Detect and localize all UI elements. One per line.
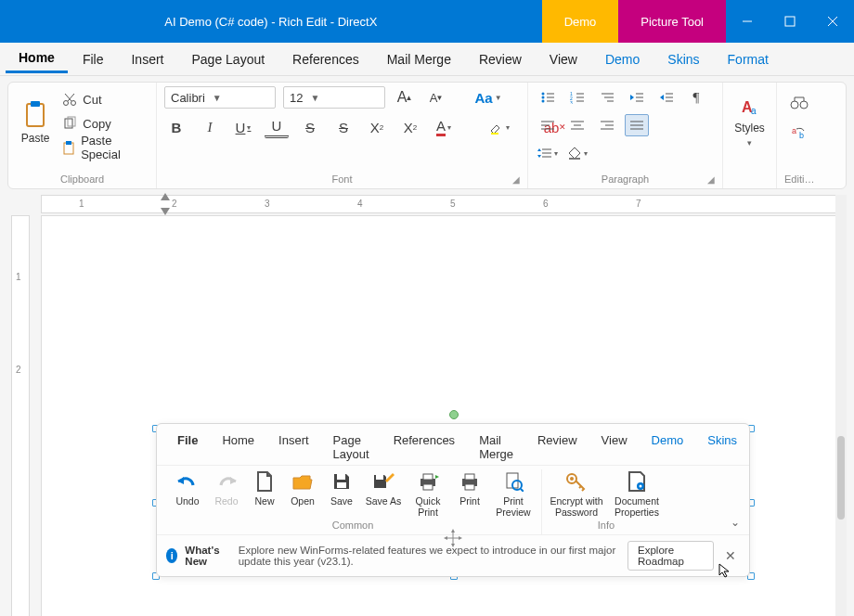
svg-rect-14 [491,133,498,135]
chevron-down-icon: ▼ [310,93,319,103]
tab-references[interactable]: References [279,46,372,72]
whats-new-close-button[interactable]: ✕ [721,548,740,563]
new-button[interactable]: New [250,469,279,518]
binoculars-icon [790,95,809,111]
popup-group-info: Encrypt with Password Document Propertie… [542,469,670,534]
doc-properties-button[interactable]: Document Properties [611,469,663,518]
print-button[interactable]: Print [454,469,485,518]
ptab-mail-merge[interactable]: Mail Merge [468,430,524,465]
redo-button[interactable]: Redo [211,469,242,518]
increase-indent-button[interactable] [654,86,679,109]
redo-icon [214,469,239,494]
subscript-button[interactable]: X2 [398,116,422,138]
dialog-launcher-icon[interactable]: ◢ [707,174,715,185]
change-case-button[interactable]: Aa▼ [476,86,500,109]
show-marks-button[interactable]: ¶ [684,86,708,109]
tab-review[interactable]: Review [466,46,535,72]
vertical-scrollbar[interactable] [835,195,847,616]
whats-new-title: What's New [185,545,230,567]
tab-home[interactable]: Home [6,45,68,73]
tab-format[interactable]: Format [715,46,782,72]
save-button[interactable]: Save [326,469,357,518]
tab-mail-merge[interactable]: Mail Merge [374,46,464,72]
header-tab-picture-tool[interactable]: Picture Tool [618,0,726,43]
ptab-references[interactable]: References [382,430,466,465]
explore-roadmap-button[interactable]: Explore Roadmap [628,541,714,571]
tab-insert[interactable]: Insert [118,46,176,72]
open-button[interactable]: Open [287,469,318,518]
group-label-paragraph: Paragraph◢ [536,172,715,186]
paste-special-button[interactable]: Paste Special [58,136,149,159]
hanging-indent-marker[interactable] [161,208,170,215]
font-name-combo[interactable]: Calibri▼ [164,86,276,109]
shading-button[interactable]: ▾ [565,142,589,164]
bullet-list-button[interactable] [536,86,560,109]
ptab-view[interactable]: View [590,430,639,465]
maximize-button[interactable] [769,0,811,43]
line-spacing-button[interactable]: ▾ [536,142,560,164]
ptab-page-layout[interactable]: Page Layout [322,430,381,465]
undo-icon [175,469,200,494]
ptab-demo[interactable]: Demo [640,430,695,465]
first-line-indent-marker[interactable] [161,193,170,200]
encrypt-button[interactable]: Encrypt with Password [550,469,603,518]
replace-button[interactable]: ab [787,122,811,144]
highlight-button[interactable]: ▾ [487,116,511,138]
styles-button[interactable]: Aa Styles ▾ [731,86,769,159]
quick-print-button[interactable]: Quick Print [409,469,446,518]
tab-file[interactable]: File [70,46,117,72]
grow-font-button[interactable]: A▲ [393,86,417,109]
double-underline-button[interactable]: U [265,116,289,138]
cut-button[interactable]: Cut [58,88,149,110]
shrink-font-button[interactable]: A▼ [424,86,448,109]
italic-button[interactable]: I [198,116,222,138]
whats-new-text: Explore new WinForms-related features we… [239,545,620,567]
double-strikethrough-button[interactable]: S [331,116,356,138]
superscript-button[interactable]: X2 [365,116,389,138]
save-icon [330,469,354,494]
vertical-ruler[interactable]: 12 [11,215,30,616]
align-justify-button[interactable] [625,114,649,136]
print-preview-button[interactable]: Print Preview [493,469,534,518]
align-right-button[interactable] [595,114,619,136]
scrollbar-thumb[interactable] [837,436,845,520]
scissors-icon [62,92,77,107]
svg-text:a: a [751,106,757,116]
svg-point-58 [791,101,798,109]
dialog-launcher-icon[interactable]: ◢ [512,174,520,185]
multilevel-list-button[interactable] [595,86,619,109]
copy-button[interactable]: Copy [58,112,149,135]
group-label-editing: Editi… [784,172,814,186]
font-size-combo[interactable]: 12▼ [283,86,385,109]
bold-button[interactable]: B [164,116,188,138]
strikethrough-button[interactable]: S [298,116,322,138]
align-center-button[interactable] [565,114,589,136]
ptab-home[interactable]: Home [211,430,265,465]
rotate-handle[interactable] [449,410,459,419]
align-left-button[interactable] [536,114,560,136]
font-color-button[interactable]: A▾ [432,116,456,138]
tab-skins[interactable]: Skins [654,46,712,72]
number-list-button[interactable]: 123 [565,86,589,109]
collapse-ribbon-button[interactable]: ⌄ [731,516,740,529]
close-button[interactable] [811,0,854,43]
underline-button[interactable]: U▾ [231,116,255,138]
decrease-indent-button[interactable] [625,86,649,109]
tab-view[interactable]: View [537,46,590,72]
paste-button[interactable]: Paste [16,86,55,159]
header-tab-demo[interactable]: Demo [542,0,619,43]
tab-page-layout[interactable]: Page Layout [178,46,278,72]
undo-button[interactable]: Undo [172,469,203,518]
minimize-button[interactable] [726,0,769,43]
svg-text:3: 3 [570,100,573,104]
svg-rect-4 [27,104,44,126]
ptab-review[interactable]: Review [526,430,589,465]
ptab-skins[interactable]: Skins [696,430,748,465]
save-as-button[interactable]: Save As [365,469,402,518]
ptab-insert[interactable]: Insert [267,430,320,465]
tab-demo[interactable]: Demo [592,46,653,72]
ptab-file[interactable]: File [166,430,209,465]
horizontal-ruler[interactable]: 1234567 [41,195,837,213]
find-button[interactable] [787,92,811,114]
paste-label: Paste [21,132,50,145]
